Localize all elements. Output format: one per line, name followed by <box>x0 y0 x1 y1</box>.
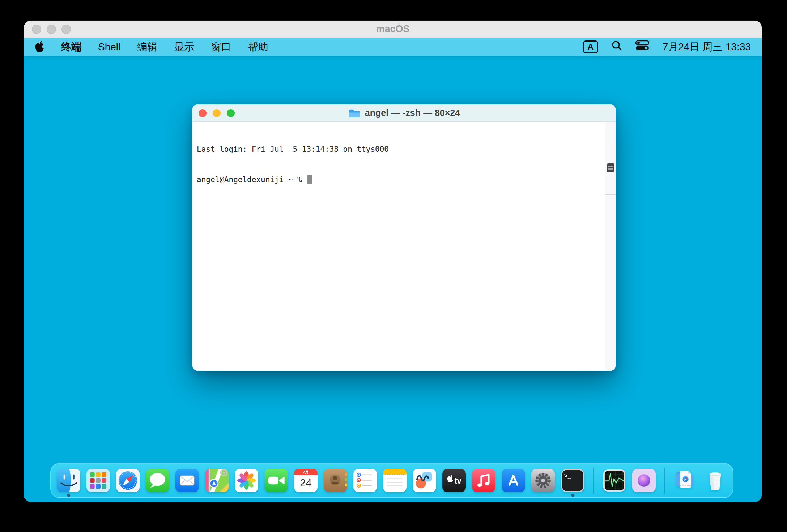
terminal-close-button[interactable] <box>199 109 207 117</box>
dock-icon-apple-tv[interactable]: tv <box>442 469 466 492</box>
vm-minimize-button[interactable] <box>47 25 56 34</box>
menubar-item-shell[interactable]: Shell <box>98 41 120 53</box>
dock-separator <box>593 468 594 494</box>
vm-window: macOS 终端 Shell 编辑 显示 窗口 帮助 A <box>24 21 762 502</box>
svg-text:>_: >_ <box>564 472 571 479</box>
terminal-window-title: angel — -zsh — 80×24 <box>365 108 460 118</box>
terminal-prompt-line: angel@Angeldexuniji ~ % <box>197 175 601 185</box>
screen: macOS 终端 Shell 编辑 显示 窗口 帮助 A <box>0 0 787 532</box>
dock-icon-launchpad[interactable] <box>86 469 110 492</box>
dock: 7月 24 <box>50 463 733 498</box>
terminal-zoom-button[interactable] <box>227 109 235 117</box>
dock-icon-system-settings[interactable] <box>531 469 555 492</box>
terminal-prompt-text: angel@Angeldexuniji ~ % <box>197 175 306 184</box>
dock-icon-notes[interactable] <box>383 469 407 492</box>
terminal-running-indicator <box>571 494 574 497</box>
dock-icon-safari[interactable] <box>116 469 140 492</box>
finder-running-indicator <box>67 494 70 497</box>
dock-icon-contacts[interactable] <box>324 469 347 492</box>
terminal-titlebar[interactable]: angel — -zsh — 80×24 <box>192 104 616 122</box>
dock-icon-siri[interactable] <box>632 469 656 492</box>
dock-icon-finder[interactable] <box>57 469 80 492</box>
dock-icon-reminders[interactable] <box>353 469 377 492</box>
vm-window-controls <box>32 21 71 38</box>
vm-close-button[interactable] <box>32 25 41 34</box>
dock-icon-freeform[interactable] <box>413 469 436 492</box>
dock-icon-activity-monitor[interactable] <box>603 469 626 492</box>
dock-icon-mail[interactable] <box>175 469 199 492</box>
menubar-item-view[interactable]: 显示 <box>174 40 194 54</box>
spotlight-search-icon[interactable] <box>611 40 622 53</box>
menubar-clock[interactable]: 7月24日 周三 13:33 <box>663 40 751 54</box>
dock-icon-messages[interactable] <box>146 469 169 492</box>
dock-icon-terminal[interactable]: >_ <box>561 469 584 492</box>
downloads-label: DOWNLOAD <box>679 484 692 486</box>
terminal-window: angel — -zsh — 80×24 Last login: Fri Jul… <box>192 104 616 371</box>
menubar-item-help[interactable]: 帮助 <box>248 40 268 54</box>
menubar-item-terminal[interactable]: 终端 <box>61 40 81 54</box>
dock-icon-calendar[interactable]: 7月 24 <box>294 469 318 492</box>
menubar: 终端 Shell 编辑 显示 窗口 帮助 A <box>24 38 762 56</box>
vm-window-title: macOS <box>376 23 409 35</box>
dock-separator <box>664 468 665 494</box>
folder-icon <box>348 108 361 118</box>
terminal-marks-icon[interactable] <box>607 163 614 172</box>
dock-icon-photos[interactable] <box>235 469 258 492</box>
control-center-icon[interactable] <box>635 40 650 53</box>
terminal-output-line: Last login: Fri Jul 5 13:14:38 on ttys00… <box>197 144 601 154</box>
terminal-cursor <box>307 175 312 184</box>
dock-icon-downloads[interactable]: DOWNLOAD <box>674 469 697 492</box>
menubar-item-window[interactable]: 窗口 <box>211 40 231 54</box>
dock-icon-facetime[interactable] <box>264 469 288 492</box>
terminal-body[interactable]: Last login: Fri Jul 5 13:14:38 on ttys00… <box>192 122 616 370</box>
calendar-month-label: 7月 <box>303 470 309 474</box>
terminal-window-controls <box>199 104 235 121</box>
menubar-item-edit[interactable]: 编辑 <box>137 40 157 54</box>
dock-icon-maps[interactable] <box>205 469 229 492</box>
calendar-day-label: 24 <box>300 477 312 489</box>
apple-menu[interactable] <box>35 41 44 53</box>
dock-icon-music[interactable] <box>472 469 495 492</box>
input-source-icon[interactable]: A <box>583 40 598 53</box>
dock-icon-trash[interactable] <box>703 469 727 492</box>
vm-titlebar: macOS <box>24 21 762 38</box>
terminal-minimize-button[interactable] <box>213 109 221 117</box>
dock-icon-app-store[interactable] <box>502 469 525 492</box>
terminal-scrollbar[interactable] <box>605 122 616 370</box>
svg-text:tv: tv <box>454 476 461 485</box>
vm-zoom-button[interactable] <box>61 25 71 34</box>
apple-logo-icon <box>35 41 44 53</box>
desktop[interactable]: angel — -zsh — 80×24 Last login: Fri Jul… <box>24 56 762 502</box>
